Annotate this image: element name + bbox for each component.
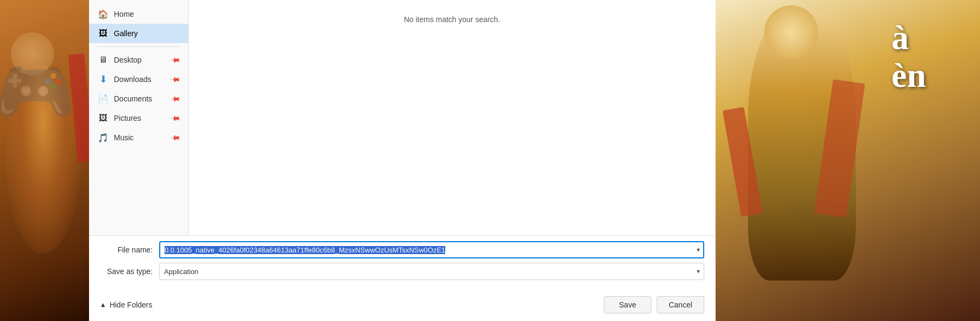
file-name-input[interactable] xyxy=(159,241,704,258)
save-button[interactable]: Save xyxy=(604,296,651,313)
save-as-type-select[interactable]: Application xyxy=(159,263,704,280)
sidebar-item-pictures-label: Pictures xyxy=(114,114,141,122)
sidebar-item-desktop-label: Desktop xyxy=(114,56,141,64)
sidebar-item-documents[interactable]: 📄 Documents 📌 xyxy=(89,89,188,108)
hide-folders-label: Hide Folders xyxy=(110,300,152,309)
no-items-message: No items match your search. xyxy=(404,15,500,24)
file-name-input-wrap: ▾ xyxy=(159,241,704,258)
sidebar-item-home-label: Home xyxy=(114,10,134,18)
no-items-message-area: No items match your search. xyxy=(189,0,715,235)
gallery-icon: 🖼 xyxy=(98,28,108,39)
dialog-form: File name: ▾ Save as type: Application ▾ xyxy=(89,235,715,291)
save-as-type-label: Save as type: xyxy=(100,267,159,276)
bg-left xyxy=(0,0,89,321)
pin-icon-pictures: 📌 xyxy=(170,113,181,124)
documents-icon: 📄 xyxy=(98,93,108,104)
sidebar-item-home[interactable]: 🏠 Home xyxy=(89,4,188,24)
dialog-content: 🏠 Home 🖼 Gallery 🖥 Desktop 📌 ⬇ Downloads… xyxy=(89,0,715,235)
music-icon: 🎵 xyxy=(98,132,108,143)
pin-icon-desktop: 📌 xyxy=(170,54,181,66)
sidebar-item-documents-label: Documents xyxy=(114,94,152,103)
save-as-type-row: Save as type: Application ▾ xyxy=(100,263,704,280)
dialog-bottom: ▲ Hide Folders Save Cancel xyxy=(89,291,715,321)
file-save-dialog: 🏠 Home 🖼 Gallery 🖥 Desktop 📌 ⬇ Downloads… xyxy=(89,0,715,321)
cancel-button[interactable]: Cancel xyxy=(657,296,704,313)
chevron-up-icon: ▲ xyxy=(100,301,106,309)
sidebar-item-downloads[interactable]: ⬇ Downloads 📌 xyxy=(89,70,188,89)
sidebar-divider xyxy=(98,46,180,47)
pin-icon-music: 📌 xyxy=(170,132,181,144)
downloads-icon: ⬇ xyxy=(98,74,108,85)
sidebar-item-pictures[interactable]: 🖼 Pictures 📌 xyxy=(89,108,188,128)
sidebar-item-downloads-label: Downloads xyxy=(114,75,151,84)
pictures-icon: 🖼 xyxy=(98,113,108,124)
sidebar-item-gallery[interactable]: 🖼 Gallery xyxy=(89,24,188,43)
main-panel: No items match your search. xyxy=(189,0,715,235)
vn-text-line1: à xyxy=(891,19,926,57)
pin-icon-downloads: 📌 xyxy=(170,74,181,85)
bg-right: à èn xyxy=(716,0,980,321)
dialog-actions: Save Cancel xyxy=(604,296,704,313)
sidebar-item-desktop[interactable]: 🖥 Desktop 📌 xyxy=(89,50,188,70)
home-icon: 🏠 xyxy=(98,9,108,19)
hide-folders-button[interactable]: ▲ Hide Folders xyxy=(100,300,152,309)
sidebar-item-music-label: Music xyxy=(114,133,134,142)
sidebar-item-gallery-label: Gallery xyxy=(114,29,138,38)
pin-icon-documents: 📌 xyxy=(170,93,181,105)
file-name-label: File name: xyxy=(100,245,159,254)
vn-text-line2: èn xyxy=(891,57,926,94)
sidebar-item-music[interactable]: 🎵 Music 📌 xyxy=(89,128,188,147)
file-name-row: File name: ▾ xyxy=(100,241,704,258)
desktop-icon: 🖥 xyxy=(98,54,108,65)
sidebar: 🏠 Home 🖼 Gallery 🖥 Desktop 📌 ⬇ Downloads… xyxy=(89,0,189,235)
save-as-type-select-wrap: Application ▾ xyxy=(159,263,704,280)
